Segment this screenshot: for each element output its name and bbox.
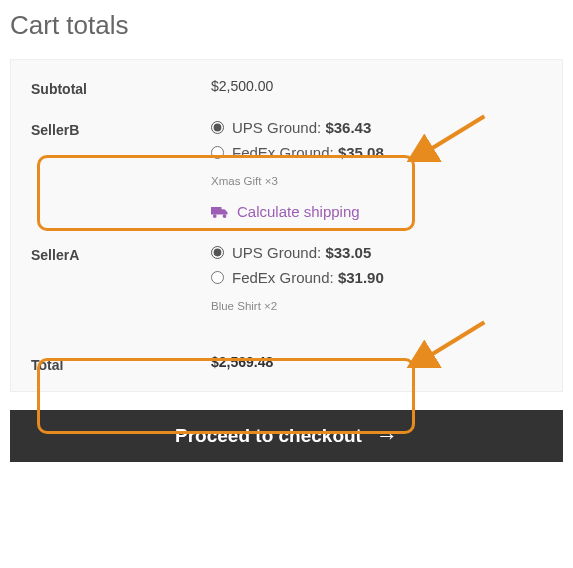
shipping-option[interactable]: FedEx Ground: $35.08 <box>211 144 542 161</box>
shipping-option[interactable]: UPS Ground: $33.05 <box>211 244 542 261</box>
subtotal-value: $2,500.00 <box>211 78 542 94</box>
subtotal-label: Subtotal <box>31 78 211 97</box>
truck-icon <box>211 205 229 219</box>
seller-name: SellerB <box>31 119 211 138</box>
shipping-options: UPS Ground: $33.05 FedEx Ground: $31.90 <box>211 244 542 286</box>
shipping-option-price: $33.05 <box>325 244 371 261</box>
total-row: Total $2,569.48 <box>31 354 542 373</box>
shipping-option-price: $36.43 <box>325 119 371 136</box>
seller-items-note: Blue Shirt ×2 <box>211 300 542 312</box>
shipping-radio[interactable] <box>211 121 224 134</box>
shipping-option[interactable]: UPS Ground: $36.43 <box>211 119 542 136</box>
shipping-option-price: $35.08 <box>338 144 384 161</box>
shipping-radio[interactable] <box>211 271 224 284</box>
shipping-option-price: $31.90 <box>338 269 384 286</box>
total-label: Total <box>31 354 211 373</box>
seller-items-note: Xmas Gift ×3 <box>211 175 542 187</box>
shipping-option[interactable]: FedEx Ground: $31.90 <box>211 269 542 286</box>
seller-name: SellerA <box>31 244 211 263</box>
cart-totals-panel: Subtotal $2,500.00 SellerB UPS Ground: $… <box>10 59 563 392</box>
calculate-shipping-text: Calculate shipping <box>237 203 360 220</box>
calculate-shipping-link[interactable]: Calculate shipping <box>211 203 360 220</box>
total-value: $2,569.48 <box>211 354 542 370</box>
shipping-option-label: UPS Ground: <box>232 119 321 136</box>
shipping-option-label: FedEx Ground: <box>232 269 334 286</box>
shipping-radio[interactable] <box>211 246 224 259</box>
arrow-right-icon: → <box>376 425 398 447</box>
svg-point-0 <box>213 214 217 218</box>
svg-point-1 <box>223 214 227 218</box>
shipping-options: UPS Ground: $36.43 FedEx Ground: $35.08 <box>211 119 542 161</box>
shipping-option-label: UPS Ground: <box>232 244 321 261</box>
seller-row: SellerB UPS Ground: $36.43 FedEx Ground:… <box>31 119 542 244</box>
subtotal-row: Subtotal $2,500.00 <box>31 78 542 119</box>
shipping-radio[interactable] <box>211 146 224 159</box>
proceed-to-checkout-button[interactable]: Proceed to checkout → <box>10 410 563 462</box>
shipping-option-label: FedEx Ground: <box>232 144 334 161</box>
checkout-button-label: Proceed to checkout <box>175 425 362 447</box>
page-title: Cart totals <box>10 10 563 41</box>
seller-row: SellerA UPS Ground: $33.05 FedEx Ground:… <box>31 244 542 348</box>
